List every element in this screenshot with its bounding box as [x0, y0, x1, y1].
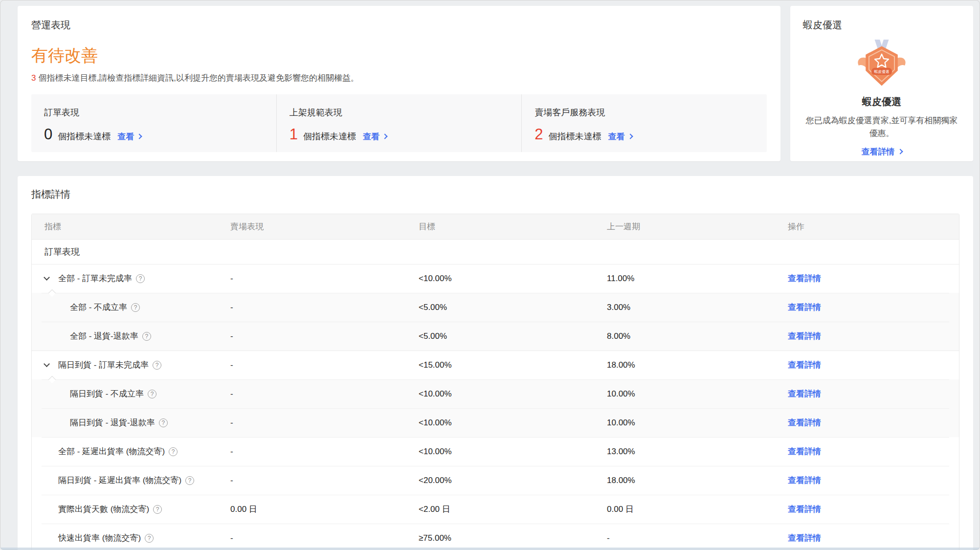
view-details-link[interactable]: 查看詳情 — [788, 360, 821, 370]
performance-value: - — [230, 389, 419, 399]
view-preferred-details-link[interactable]: 查看詳情 — [862, 146, 902, 157]
help-icon[interactable]: ? — [131, 303, 140, 312]
view-link-label: 查看 — [117, 131, 134, 142]
performance-value: 0.00 日 — [230, 504, 419, 515]
chevron-right-icon — [627, 134, 633, 139]
column-header-3: 上一週期 — [607, 221, 788, 232]
target-value: <5.00% — [419, 303, 607, 312]
help-icon[interactable]: ? — [136, 274, 145, 283]
help-icon[interactable]: ? — [148, 390, 156, 398]
performance-value: - — [230, 303, 419, 312]
previous-period-value: 8.00% — [607, 331, 788, 341]
metrics-table: 指標賣場表現目標上一週期操作 訂單表現 全部 - 訂單未完成率 ? - <10.… — [31, 214, 959, 550]
view-details-link[interactable]: 查看詳情 — [788, 389, 821, 398]
help-icon[interactable]: ? — [159, 418, 168, 427]
target-value: <10.00% — [419, 389, 607, 399]
metric-name: 全部 - 退貨-退款率 — [70, 330, 138, 342]
metric-name: 全部 - 延遲出貨率 (物流交寄) — [58, 446, 165, 457]
help-icon[interactable]: ? — [185, 476, 194, 485]
target-value: <20.00% — [419, 476, 607, 485]
table-row: 全部 - 訂單未完成率 ? - <10.00% 11.00% 查看詳情 — [32, 264, 959, 293]
performance-summary: 3個指標未達目標,請檢查指標詳細資訊,以利提升您的賣場表現及避免影響您的相關權益… — [31, 72, 767, 84]
view-link[interactable]: 查看 — [363, 131, 387, 142]
chevron-right-icon — [897, 149, 903, 154]
expand-chevron[interactable] — [45, 364, 58, 366]
chevron-right-icon — [382, 134, 387, 139]
view-details-link[interactable]: 查看詳情 — [788, 274, 821, 283]
performance-value: - — [230, 447, 419, 457]
metric-name-cell: 全部 - 延遲出貨率 (物流交寄) ? — [32, 446, 230, 457]
target-value: <10.00% — [419, 447, 607, 457]
metric-name-cell: 全部 - 不成立率 ? — [32, 302, 230, 313]
help-icon[interactable]: ? — [142, 332, 151, 341]
previous-period-value: 11.00% — [607, 274, 788, 284]
previous-period-value: 10.00% — [607, 389, 788, 399]
table-row: 實際出貨天數 (物流交寄) ? 0.00 日 <2.00 日 0.00 日 查看… — [32, 495, 959, 524]
previous-period-value: 13.00% — [607, 447, 788, 457]
previous-period-value: 10.00% — [607, 418, 788, 428]
unmet-count: 1 — [290, 127, 298, 142]
unmet-count-unit: 個指標未達標 — [58, 131, 111, 142]
performance-status: 有待改善 — [31, 45, 767, 66]
metric-name: 全部 - 訂單未完成率 — [58, 273, 132, 284]
view-link[interactable]: 查看 — [117, 131, 141, 142]
metric-details-title: 指標詳情 — [31, 188, 959, 201]
metric-name: 隔日到貨 - 不成立率 — [70, 388, 144, 399]
metric-name-cell: 隔日到貨 - 延遲出貨率 (物流交寄) ? — [32, 475, 230, 486]
help-icon[interactable]: ? — [169, 447, 178, 456]
help-icon[interactable]: ? — [145, 534, 154, 543]
table-row: 隔日到貨 - 延遲出貨率 (物流交寄) ? - <20.00% 18.00% 查… — [32, 466, 959, 495]
section-metric-row: 1 個指標未達標 查看 — [290, 127, 522, 142]
table-row: 隔日到貨 - 退貨-退款率 ? - <10.00% 10.00% 查看詳情 — [32, 408, 959, 437]
unmet-count-unit: 個指標未達標 — [303, 131, 356, 142]
metric-name-cell: 隔日到貨 - 不成立率 ? — [32, 388, 230, 399]
performance-value: - — [230, 418, 419, 428]
operation-performance-title: 營運表現 — [31, 19, 767, 32]
metric-name-cell: 隔日到貨 - 退貨-退款率 ? — [32, 417, 230, 428]
view-details-link[interactable]: 查看詳情 — [788, 303, 821, 312]
metric-name: 隔日到貨 - 退貨-退款率 — [70, 417, 155, 428]
expand-chevron[interactable] — [45, 277, 58, 280]
metric-name: 隔日到貨 - 訂單未完成率 — [58, 359, 149, 371]
table-row: 全部 - 不成立率 ? - <5.00% 3.00% 查看詳情 — [32, 293, 959, 322]
table-row: 隔日到貨 - 訂單未完成率 ? - <15.00% 18.00% 查看詳情 — [32, 351, 959, 379]
target-value: <5.00% — [419, 331, 607, 341]
operation-performance-card: 營運表現 有待改善 3個指標未達目標,請檢查指標詳細資訊,以利提升您的賣場表現及… — [18, 6, 780, 161]
performance-value: - — [230, 331, 419, 341]
performance-section: 上架規範表現 1 個指標未達標 查看 — [276, 94, 522, 152]
view-details-link[interactable]: 查看詳情 — [788, 447, 821, 456]
performance-value: - — [230, 533, 419, 543]
view-details-link[interactable]: 查看詳情 — [788, 418, 821, 427]
performance-section: 訂單表現 0 個指標未達標 查看 — [31, 94, 276, 152]
preferred-badge-name: 蝦皮優選 — [803, 95, 960, 109]
metric-name: 實際出貨天數 (物流交寄) — [58, 504, 149, 515]
table-row: 隔日到貨 - 不成立率 ? - <10.00% 10.00% 查看詳情 — [32, 379, 959, 408]
target-value: <15.00% — [419, 360, 607, 370]
preferred-badge-wrap: 蝦皮優選 — [803, 39, 960, 91]
view-details-link[interactable]: 查看詳情 — [788, 476, 821, 485]
metric-name-cell: 全部 - 退貨-退款率 ? — [32, 330, 230, 342]
unmet-count: 2 — [535, 127, 543, 142]
view-link[interactable]: 查看 — [608, 131, 632, 142]
target-value: <2.00 日 — [419, 504, 607, 515]
shopee-preferred-title: 蝦皮優選 — [803, 19, 960, 32]
view-details-link[interactable]: 查看詳情 — [788, 505, 821, 514]
top-row: 營運表現 有待改善 3個指標未達目標,請檢查指標詳細資訊,以利提升您的賣場表現及… — [18, 6, 973, 161]
metric-name-cell: 全部 - 訂單未完成率 ? — [32, 273, 230, 284]
view-details-link[interactable]: 查看詳情 — [788, 533, 821, 543]
unmet-count-unit: 個指標未達標 — [549, 131, 601, 142]
section-label: 上架規範表現 — [290, 107, 522, 118]
table-row: 全部 - 延遲出貨率 (物流交寄) ? - <10.00% 13.00% 查看詳… — [32, 437, 959, 466]
performance-value: - — [230, 274, 419, 284]
metric-name-cell: 隔日到貨 - 訂單未完成率 ? — [32, 359, 230, 371]
metric-name: 快速出貨率 (物流交寄) — [58, 532, 141, 544]
badge-ribbon-text: 蝦皮優選 — [874, 69, 890, 74]
help-icon[interactable]: ? — [153, 361, 161, 370]
column-header-2: 目標 — [419, 221, 607, 232]
chevron-down-icon — [44, 361, 50, 367]
help-icon[interactable]: ? — [153, 505, 162, 514]
section-metric-row: 0 個指標未達標 查看 — [44, 127, 276, 142]
group-name: 訂單表現 — [45, 246, 80, 258]
previous-period-value: 18.00% — [607, 476, 788, 485]
view-details-link[interactable]: 查看詳情 — [788, 331, 821, 341]
